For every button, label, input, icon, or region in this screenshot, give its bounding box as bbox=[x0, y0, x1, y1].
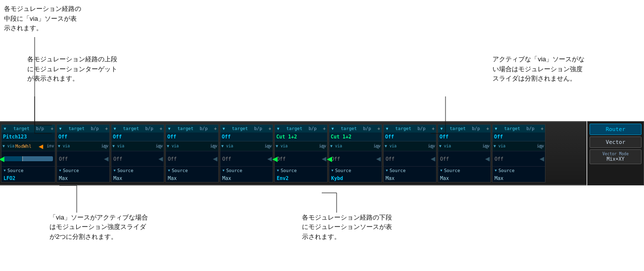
slot-8-source: ▼ Source bbox=[384, 166, 436, 174]
slot-8-slider[interactable]: Off ◀ bbox=[384, 151, 436, 166]
slot-6-source: ▼ Source bbox=[275, 166, 327, 174]
slot-8-via-row: ▼ via inv ◀ bbox=[384, 141, 436, 151]
slot-9-plus[interactable]: + bbox=[486, 126, 489, 132]
mod-slot-4: ▼ target b/p + Off ▼ via inv ◀ Off ◀ ▼ S… bbox=[165, 124, 219, 182]
slot-5-plus[interactable]: + bbox=[268, 126, 271, 132]
slot-2-via-arrow: ◀ bbox=[102, 143, 106, 150]
slot-2-slider[interactable]: Off ◀ bbox=[57, 151, 109, 166]
mod-slot-10: ▼ target b/p + Off ▼ via inv ◀ Off ◀ ▼ S… bbox=[492, 124, 545, 182]
slot-3-source: ▼ Source bbox=[111, 166, 164, 174]
slot-10-header: ▼ target b/p + bbox=[493, 125, 545, 133]
slot-7-via-row: ▼ via inv ◀ bbox=[329, 141, 382, 151]
slot-2-source-value[interactable]: Max bbox=[57, 174, 109, 182]
slot-10-source: ▼ Source bbox=[493, 166, 545, 174]
slot-9-target[interactable]: Off bbox=[438, 133, 491, 141]
slot-3-via-row: ▼ via inv ◀ bbox=[111, 141, 164, 151]
slot-4-source-value[interactable]: Max bbox=[166, 174, 218, 182]
slot-9-header: ▼ target b/p + bbox=[438, 125, 491, 133]
slot-1-plus[interactable]: + bbox=[50, 126, 53, 132]
slot-1-target[interactable]: Pitch123 bbox=[1, 133, 55, 141]
annotation-bottomleft: 「via」ソースがアクティブな場合 はモジュレーション強度スライダ が2つに分割… bbox=[50, 213, 148, 242]
slot-7-plus[interactable]: + bbox=[377, 126, 380, 132]
slot-6-via-row: ▼ via inv ◀ bbox=[275, 141, 327, 151]
slot-9-source-value[interactable]: Max bbox=[438, 174, 491, 182]
slot-4-header: ▼ target b/p + bbox=[166, 125, 218, 133]
via-active-arrow: ◀ bbox=[39, 143, 43, 150]
mod-slot-2: ▼ target b/p + Off ▼ via inv ◀ Off ◀ ▼ S… bbox=[56, 124, 110, 182]
slot-4-plus[interactable]: + bbox=[214, 126, 217, 132]
slot-6-header: ▼ target b/p + bbox=[275, 125, 327, 133]
slot-5-source-value[interactable]: Max bbox=[220, 174, 273, 182]
slot-7-source-value[interactable]: Kybd bbox=[329, 174, 382, 182]
slot-4-slider[interactable]: Off ◀ bbox=[166, 151, 218, 166]
mod-slot-3: ▼ target b/p + Off ▼ via inv ◀ Off ◀ ▼ S… bbox=[111, 124, 164, 182]
router-button[interactable]: Router bbox=[590, 124, 642, 135]
slot-1-triangle: ▼ bbox=[3, 127, 7, 131]
slot-4-via-row: ▼ via inv ◀ bbox=[166, 141, 218, 151]
annotation-topleft: 各モジュレーション経路の 中段に「via」ソースが表 示されます。 bbox=[4, 4, 81, 33]
slot-2-source: ▼ Source bbox=[57, 166, 109, 174]
green-arrow-7: ◀ bbox=[327, 155, 332, 163]
slot-8-plus[interactable]: + bbox=[432, 126, 435, 132]
slot-4-target[interactable]: Off bbox=[166, 133, 218, 141]
slot-10-plus[interactable]: + bbox=[541, 126, 544, 132]
slot-4-source: ▼ Source bbox=[166, 166, 218, 174]
green-arrow-6: ◀ bbox=[272, 155, 278, 163]
slot-2-target[interactable]: Off bbox=[57, 133, 109, 141]
slot-8-target[interactable]: Off bbox=[384, 133, 436, 141]
slot-10-source-value[interactable]: Max bbox=[493, 174, 545, 182]
slot-5-header: ▼ target b/p + bbox=[220, 125, 273, 133]
slot-5-slider[interactable]: Off ◀ bbox=[220, 151, 273, 166]
slot-7-slider[interactable]: Off ◀ ◀ bbox=[329, 151, 382, 166]
annotation-topright: アクティブな「via」ソースがな い場合はモジュレーション強度 スライダは分割さ… bbox=[493, 54, 585, 84]
slot-8-header: ▼ target b/p + bbox=[384, 125, 436, 133]
slot-6-slider[interactable]: Off ◀ ◀ bbox=[275, 151, 327, 166]
synth-panel: ▼ target b/p + Pitch123 ▼ via ModWhl inv… bbox=[0, 121, 587, 185]
slot-1-slider[interactable]: ◀ bbox=[1, 151, 55, 166]
slot-2-via-row: ▼ via inv ◀ bbox=[57, 141, 109, 151]
slot-9-source: ▼ Source bbox=[438, 166, 491, 174]
slot-1-header: ▼ target b/p + bbox=[1, 125, 55, 133]
vector-button[interactable]: Vector bbox=[590, 136, 642, 148]
mod-slot-8: ▼ target b/p + Off ▼ via inv ◀ Off ◀ ▼ S… bbox=[383, 124, 437, 182]
mod-slot-1: ▼ target b/p + Pitch123 ▼ via ModWhl inv… bbox=[1, 124, 55, 182]
vector-mode-value: Mix+XY bbox=[594, 156, 637, 162]
vector-mode-label: Vector Mode bbox=[594, 152, 637, 156]
slot-10-via-row: ▼ via inv ◀ bbox=[493, 141, 545, 151]
slot-7-header: ▼ target b/p + bbox=[329, 125, 382, 133]
slot-3-header: ▼ target b/p + bbox=[111, 125, 164, 133]
slot-3-slider[interactable]: Off ◀ bbox=[111, 151, 164, 166]
slot-8-source-value[interactable]: Max bbox=[384, 174, 436, 182]
slot-3-plus[interactable]: + bbox=[159, 126, 162, 132]
mod-slot-5: ▼ target b/p + Off ▼ via inv ◀ Off ◀ ▼ S… bbox=[220, 124, 273, 182]
slot-10-slider[interactable]: Off ◀ bbox=[493, 151, 545, 166]
slot-3-source-value[interactable]: Max bbox=[111, 174, 164, 182]
slot-7-target[interactable]: Cut 1+2 bbox=[329, 133, 382, 141]
slot-6-source-value[interactable]: Env2 bbox=[275, 174, 327, 182]
slot-5-via-row: ▼ via inv ◀ bbox=[220, 141, 273, 151]
annotation-bottomright: 各モジュレーション経路の下段 にモジュレーションソースが表 示されます。 bbox=[302, 213, 392, 242]
slot-2-plus[interactable]: + bbox=[105, 126, 108, 132]
green-arrow-1: ◀ bbox=[0, 155, 4, 163]
slot-3-target[interactable]: Off bbox=[111, 133, 164, 141]
slot-9-via-row: ▼ via inv ◀ bbox=[438, 141, 491, 151]
slot-2-header: ▼ target b/p + bbox=[57, 125, 109, 133]
slot-7-source: ▼ Source bbox=[329, 166, 382, 174]
slot-1-via-row: ▼ via ModWhl inv ◀ bbox=[1, 141, 55, 151]
slot-9-slider[interactable]: Off ◀ bbox=[438, 151, 491, 166]
mod-slot-9: ▼ target b/p + Off ▼ via inv ◀ Off ◀ ▼ S… bbox=[438, 124, 491, 182]
mod-slot-7: ▼ target b/p + Cut 1+2 ▼ via inv ◀ Off ◀… bbox=[329, 124, 382, 182]
annotation-midleft: 各モジュレーション経路の上段 にモジュレーションターゲット が表示されます。 bbox=[27, 54, 117, 84]
slot-6-target[interactable]: Cut 1+2 bbox=[275, 133, 327, 141]
slot-5-source: ▼ Source bbox=[220, 166, 273, 174]
slot-5-target[interactable]: Off bbox=[220, 133, 273, 141]
vector-mode-button[interactable]: Vector Mode Mix+XY bbox=[590, 149, 642, 164]
right-panel: Router Vector Vector Mode Mix+XY bbox=[587, 121, 644, 185]
slot-6-plus[interactable]: + bbox=[323, 126, 326, 132]
mod-slot-6: ▼ target b/p + Cut 1+2 ▼ via inv ◀ Off ◀… bbox=[274, 124, 328, 182]
slot-1-source-value[interactable]: LFO2 bbox=[1, 174, 55, 182]
slot-10-target[interactable]: Off bbox=[493, 133, 545, 141]
slot-1-source: ▼ Source bbox=[1, 166, 55, 174]
